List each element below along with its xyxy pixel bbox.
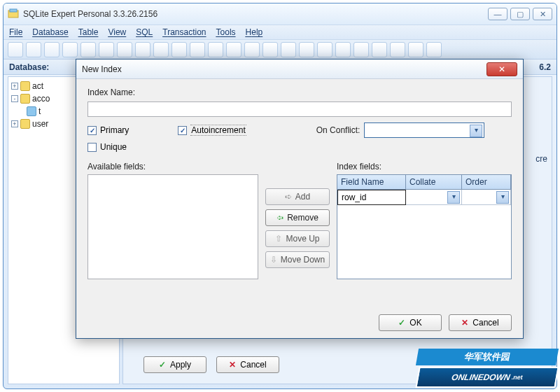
unique-checkbox[interactable]: Unique: [88, 142, 127, 152]
toolbar-button[interactable]: [117, 42, 132, 57]
menu-help[interactable]: Help: [246, 27, 263, 37]
toolbar-button[interactable]: [262, 42, 278, 57]
index-fields-grid[interactable]: Field Name Collate Order row_id: [337, 174, 512, 279]
menu-transaction[interactable]: Transaction: [162, 27, 206, 37]
toolbar-button[interactable]: [354, 42, 369, 57]
index-name-input[interactable]: [88, 102, 512, 117]
toolbar-button[interactable]: [426, 42, 442, 57]
check-icon: ✓: [159, 360, 166, 370]
col-order[interactable]: Order: [462, 175, 511, 189]
close-button[interactable]: ✕: [533, 8, 552, 20]
toolbar-button[interactable]: [208, 42, 223, 57]
expander-icon[interactable]: +: [11, 83, 18, 90]
remove-button[interactable]: ➪Remove: [265, 209, 330, 226]
toolbar: [4, 40, 556, 59]
checkbox-icon: [88, 126, 97, 135]
toolbar-button[interactable]: [190, 42, 205, 57]
app-icon: [8, 8, 19, 20]
move-down-label: Move Down: [281, 255, 325, 265]
dialog-titlebar: New Index ✕: [76, 59, 523, 79]
ok-button[interactable]: ✓OK: [379, 314, 442, 331]
on-conflict-label: On Conflict:: [316, 125, 360, 135]
tree-label: user: [32, 119, 48, 129]
dialog-title: New Index: [82, 64, 486, 74]
database-icon: [20, 94, 30, 104]
cancel-button-back[interactable]: ✕Cancel: [216, 356, 279, 373]
window-title: SQLite Expert Personal 3.3.26.2156: [23, 9, 488, 19]
menu-file[interactable]: File: [9, 27, 22, 37]
unique-label: Unique: [100, 142, 127, 152]
toolbar-button[interactable]: [390, 42, 405, 57]
tree-label: acco: [32, 94, 50, 104]
toolbar-button[interactable]: [317, 42, 332, 57]
toolbar-button[interactable]: [44, 42, 59, 57]
expander-icon[interactable]: +: [11, 120, 18, 127]
tree-label: act: [32, 81, 43, 91]
col-collate[interactable]: Collate: [406, 175, 462, 189]
watermark-top: 华军软件园: [416, 349, 559, 365]
ok-label: OK: [410, 318, 421, 328]
toolbar-button[interactable]: [99, 42, 114, 57]
menu-view[interactable]: View: [108, 27, 126, 37]
col-field-name[interactable]: Field Name: [337, 175, 406, 189]
grid-header: Field Name Collate Order: [337, 175, 511, 190]
table-icon: [27, 106, 36, 116]
watermark: 华军软件园 ONLINEDOWN.net: [417, 349, 557, 389]
index-name-label: Index Name:: [88, 88, 135, 97]
menu-table[interactable]: Table: [78, 27, 99, 37]
autoincrement-checkbox[interactable]: Autoincrement: [178, 125, 246, 136]
grid-row[interactable]: row_id: [337, 190, 511, 205]
add-label: Add: [295, 192, 310, 202]
database-label: Database:: [9, 62, 49, 72]
toolbar-button[interactable]: [372, 42, 387, 57]
expander-icon[interactable]: -: [11, 95, 18, 102]
cell-order-combo[interactable]: [462, 190, 511, 205]
index-fields-label: Index fields:: [337, 162, 382, 172]
toolbar-button[interactable]: [299, 42, 314, 57]
checkbox-icon: [88, 143, 97, 152]
minimize-button[interactable]: —: [488, 8, 507, 20]
toolbar-button[interactable]: [226, 42, 241, 57]
remove-label: Remove: [287, 213, 318, 223]
on-conflict-combo[interactable]: [364, 122, 484, 138]
primary-checkbox[interactable]: Primary: [88, 125, 129, 135]
arrow-down-icon: ⇩: [270, 255, 277, 265]
toolbar-button[interactable]: [153, 42, 169, 57]
toolbar-button[interactable]: [335, 42, 351, 57]
right-tab-fragment: cre: [536, 154, 547, 164]
add-button[interactable]: ➪Add: [265, 188, 330, 205]
available-fields-listbox[interactable]: [88, 174, 258, 279]
cell-field-name[interactable]: row_id: [337, 190, 406, 205]
toolbar-button[interactable]: [172, 42, 187, 57]
move-up-button[interactable]: ⇧Move Up: [265, 230, 330, 247]
cancel-button[interactable]: ✕Cancel: [449, 314, 512, 331]
dialog-close-button[interactable]: ✕: [486, 62, 517, 76]
watermark-bottom: ONLINEDOWN.net: [415, 367, 559, 388]
database-icon: [20, 81, 30, 91]
toolbar-button[interactable]: [62, 42, 78, 57]
toolbar-button[interactable]: [8, 42, 23, 57]
toolbar-button[interactable]: [26, 42, 41, 57]
toolbar-button[interactable]: [80, 42, 96, 57]
maximize-button[interactable]: ▢: [510, 8, 530, 20]
toolbar-button[interactable]: [244, 42, 260, 57]
move-up-label: Move Up: [286, 234, 319, 244]
menubar: File Database Table View SQL Transaction…: [4, 24, 556, 40]
arrow-right-icon: ➪: [285, 192, 292, 202]
cell-collate-combo[interactable]: [406, 190, 462, 205]
database-icon: [20, 119, 30, 129]
toolbar-button[interactable]: [281, 42, 296, 57]
menu-sql[interactable]: SQL: [136, 27, 153, 37]
apply-button[interactable]: ✓Apply: [144, 356, 206, 373]
tree-label: t: [38, 106, 41, 116]
cancel-label: Cancel: [240, 360, 266, 370]
svg-rect-1: [10, 9, 17, 12]
arrow-left-icon: ➪: [276, 213, 284, 223]
toolbar-button[interactable]: [408, 42, 424, 57]
move-down-button[interactable]: ⇩Move Down: [265, 251, 330, 268]
menu-tools[interactable]: Tools: [216, 27, 236, 37]
toolbar-button[interactable]: [135, 42, 150, 57]
menu-database[interactable]: Database: [32, 27, 68, 37]
checkbox-icon: [178, 126, 187, 135]
x-icon: ✕: [461, 318, 468, 328]
